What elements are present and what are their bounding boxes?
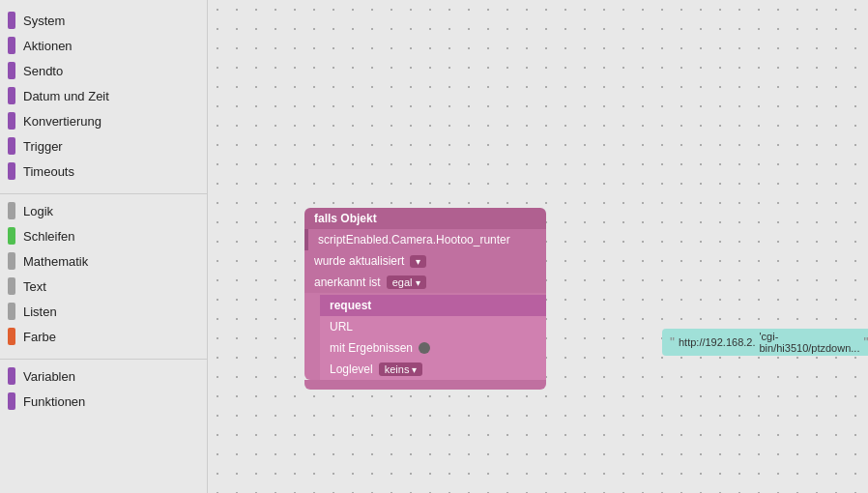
sidebar-divider-1 — [0, 193, 207, 194]
block-url-row: URL — [320, 316, 546, 337]
sidebar-color-timeouts — [8, 162, 15, 180]
loglevel-dropdown-value: keins — [385, 363, 410, 375]
block-anerkannt-ist: anerkannt ist egal — [304, 272, 546, 293]
anerkannt-ist-label: anerkannt ist — [314, 276, 381, 289]
close-quote: " — [863, 334, 868, 350]
sidebar-color-konvertierung — [8, 112, 15, 130]
sidebar-item-sendto[interactable]: Sendto — [0, 58, 207, 83]
open-quote: " — [670, 334, 675, 350]
sidebar-group-3: Variablen Funktionen — [0, 363, 207, 414]
sidebar-label-sendto: Sendto — [23, 64, 63, 78]
sidebar-color-trigger — [8, 137, 15, 155]
sidebar-color-mathematik — [8, 252, 15, 270]
canvas: falls Objekt scriptEnabled.Camera.Hootoo… — [208, 0, 868, 493]
main-block: falls Objekt scriptEnabled.Camera.Hootoo… — [304, 208, 546, 390]
anerkannt-dropdown-value: egal — [392, 276, 413, 288]
sidebar-label-funktionen: Funktionen — [23, 394, 85, 409]
block-loglevel: Loglevel keins — [320, 359, 546, 380]
sidebar-item-funktionen[interactable]: Funktionen — [0, 389, 207, 414]
sidebar-label-text: Text — [23, 279, 46, 294]
sidebar-label-listen: Listen — [23, 304, 57, 319]
sidebar-item-text[interactable]: Text — [0, 274, 207, 299]
sidebar-group-2: Logik Schleifen Mathematik Text Listen F… — [0, 198, 207, 349]
sidebar-label-schleifen: Schleifen — [23, 229, 74, 244]
sidebar-item-aktionen[interactable]: Aktionen — [0, 33, 207, 58]
sidebar-item-trigger[interactable]: Trigger — [0, 133, 207, 159]
sidebar-color-funktionen — [8, 392, 15, 410]
sidebar-item-mathematik[interactable]: Mathematik — [0, 248, 207, 274]
loglevel-label: Loglevel — [330, 362, 373, 376]
sidebar-label-aktionen: Aktionen — [23, 39, 72, 53]
falls-objekt-label: falls Objekt — [314, 212, 377, 225]
sidebar-label-timeouts: Timeouts — [23, 164, 74, 179]
wurde-aktualisiert-label: wurde aktualisiert — [314, 254, 404, 268]
sidebar-item-konvertierung[interactable]: Konvertierung — [0, 108, 207, 133]
sidebar-item-system[interactable]: System — [0, 8, 207, 33]
sidebar-item-schleifen[interactable]: Schleifen — [0, 223, 207, 248]
sidebar-color-schleifen — [8, 227, 15, 245]
sidebar-label-konvertierung: Konvertierung — [23, 114, 101, 129]
sidebar-label-system: System — [23, 14, 65, 28]
anerkannt-dropdown[interactable]: egal — [387, 276, 426, 289]
sidebar-color-listen — [8, 303, 15, 320]
sidebar-label-logik: Logik — [23, 204, 53, 218]
mit-ergebnissen-label: mit Ergebnissen — [330, 341, 413, 355]
sidebar-item-farbe[interactable]: Farbe — [0, 324, 207, 349]
block-footer — [304, 380, 546, 390]
inner-block-container: request URL mit Ergebnissen Loglevel kei… — [304, 293, 546, 380]
sidebar: System Aktionen Sendto Datum und Zeit Ko… — [0, 0, 208, 493]
sidebar-color-system — [8, 12, 15, 29]
sidebar-label-farbe: Farbe — [23, 330, 56, 344]
block-wurde-aktualisiert: wurde aktualisiert — [304, 250, 546, 272]
loglevel-dropdown[interactable]: keins — [379, 362, 423, 376]
sidebar-color-variablen — [8, 367, 15, 385]
request-label: request — [330, 299, 371, 312]
block-header: falls Objekt — [304, 208, 546, 229]
wurde-aktualisiert-dropdown[interactable] — [410, 255, 426, 268]
url-suffix: 'cgi-bin/hi3510/ptzdown... — [760, 331, 860, 354]
sidebar-item-datum-und-zeit[interactable]: Datum und Zeit — [0, 83, 207, 108]
sidebar-item-timeouts[interactable]: Timeouts — [0, 159, 207, 184]
sidebar-label-datum: Datum und Zeit — [23, 89, 109, 103]
sidebar-color-text — [8, 277, 15, 295]
sidebar-group-1: System Aktionen Sendto Datum und Zeit Ko… — [0, 8, 207, 184]
sidebar-divider-2 — [0, 359, 207, 360]
mit-ergebnissen-checkbox[interactable] — [419, 342, 430, 354]
url-label: URL — [330, 320, 353, 334]
sidebar-item-variablen[interactable]: Variablen — [0, 363, 207, 389]
url-value: http://192.168.2. — [679, 336, 756, 348]
sidebar-label-variablen: Variablen — [23, 369, 75, 384]
sidebar-color-farbe — [8, 328, 15, 345]
sidebar-label-mathematik: Mathematik — [23, 254, 88, 269]
sidebar-item-logik[interactable]: Logik — [0, 198, 207, 223]
script-enabled-value: scriptEnabled.Camera.Hootoo_runter — [318, 233, 510, 246]
url-value-block: " http://192.168.2. 'cgi-bin/hi3510/ptzd… — [662, 329, 868, 356]
sidebar-label-trigger: Trigger — [23, 139, 63, 154]
sidebar-color-datum — [8, 87, 15, 104]
block-mit-ergebnissen: mit Ergebnissen — [320, 337, 546, 359]
sidebar-item-listen[interactable]: Listen — [0, 299, 207, 324]
block-request-label: request — [320, 295, 546, 316]
block-script-enabled: scriptEnabled.Camera.Hootoo_runter — [304, 229, 546, 250]
sidebar-color-sendto — [8, 62, 15, 79]
sidebar-color-logik — [8, 202, 15, 219]
sidebar-color-aktionen — [8, 37, 15, 54]
